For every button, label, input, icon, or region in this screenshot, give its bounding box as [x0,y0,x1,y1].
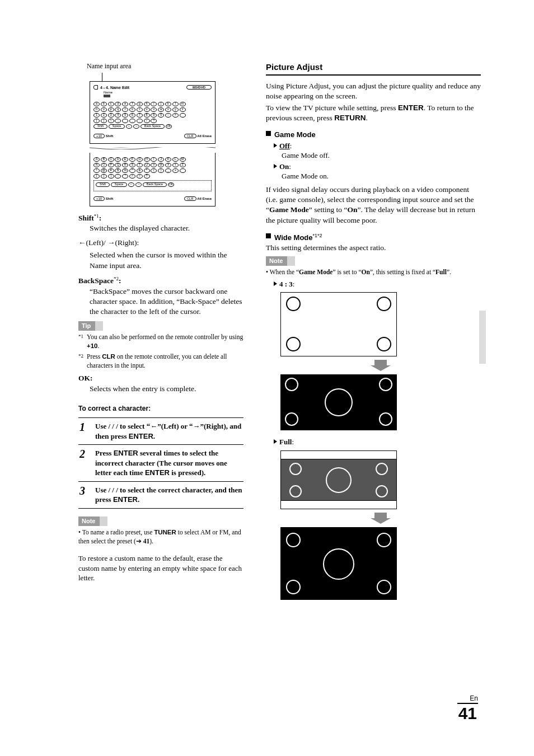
osd-key: 7 [137,113,143,118]
osd-key: , [129,119,135,123]
osd-fn-dotted: ShiftSpace←→Back SpaceOK [93,180,212,191]
right-column: Picture Adjust Using Picture Adjust, you… [266,62,481,600]
osd-name-label: Name [104,91,212,94]
osd-key: f [129,102,135,106]
osd-key: n [93,107,100,112]
restore-note: To restore a custom name to the default,… [78,553,243,583]
osd-key: ? [151,119,157,123]
to-correct-heading: To correct a character: [78,404,243,413]
osd-key: . [137,119,143,123]
osd-key: u [144,107,150,112]
osd-fn-key: OK [166,124,172,129]
osd-key: t [137,107,143,112]
wide-mode-title: Wide Mode [274,233,313,242]
osd-key: O [101,163,107,167]
osd-key [180,168,186,173]
step-3: 3 Use / / / to select the correct charac… [78,482,243,509]
osd-uppercase-screen: ABCDEFGHIJKLMNOPQRSTUVWXYZ!@#$%^&*()_+{}… [90,149,216,206]
osd-key: N [93,163,100,167]
osd-key: l [172,102,179,106]
osd-key: ] [101,119,107,123]
osd-key: " [122,174,128,179]
shift-block: Shift*1: Switches the displayed characte… [78,212,243,233]
osd-keyboard-upper: ABCDEFGHIJKLMNOPQRSTUVWXYZ!@#$%^&*()_+{}… [93,157,212,179]
osd-key: e [122,102,128,106]
page-tear [90,144,216,149]
osd-key: ^ [129,168,135,173]
shift-sup: *1 [94,213,99,218]
osd-key: $ [115,168,121,173]
osd-key: = [172,113,179,118]
osd-key: : [115,174,121,179]
osd-key: v [151,107,157,112]
ratio-43-option: 4 : 3: [274,279,481,289]
osd-key: > [137,174,143,179]
arrows-block: ←(Left)/ →(Right): Selected when the cur… [78,238,243,271]
osd-foot-row: +10 Shift CLR All Erase [93,134,212,138]
osd-key: ! [93,168,100,173]
clr-pill-2: CLR [184,196,196,201]
osd-key: B [101,157,107,162]
osd-key [180,113,186,118]
osd-key: g [137,102,143,106]
osd-keyboard-lower: abcdefghijklmnopqrstuvwxyz1234567890–=[]… [93,102,212,123]
osd-key: Q [115,163,121,167]
osd-key: 0 [158,113,164,118]
osd-key: a [93,102,100,106]
osd-key: d [115,102,121,106]
osd-key: V [151,163,157,167]
osd-key: ) [158,168,164,173]
osd-fn-key: Shift [96,182,110,187]
name-input-caption: Name input area [87,62,243,71]
osd-fn-key: Back Space [140,124,165,129]
osd-key: Y [172,163,179,167]
section-bullet-icon [266,233,271,238]
diagram-full [280,450,481,600]
picture-adjust-heading: Picture Adjust [266,62,481,76]
osd-key: m [180,102,186,106]
tip-badge: Tip [78,321,103,331]
osd-key: p [108,107,114,112]
osd-key: K [165,157,171,162]
side-tab [479,311,486,364]
plus10-pill-2: +10 [93,196,105,201]
triangle-icon [274,439,277,444]
osd-key: 2 [101,113,107,118]
game-on-option: On: [274,162,481,172]
osd-key: * [144,168,150,173]
backspace-block: BackSpace*2: “BackSpace” moves the curso… [78,275,243,317]
osd-key: _ [165,168,171,173]
footnote-1: *1You can also be performed on the remot… [78,333,243,350]
osd-key: S [129,163,135,167]
footnote-2: *2Press CLR on the remote controller, yo… [78,353,243,370]
arrows-label: ←(Left)/ →(Right): [78,238,243,248]
osd-key: F [129,157,135,162]
game-mode-note: If video signal delay occurs during play… [266,185,481,226]
note-radio-preset: • To name a radio preset, use TUNER to s… [78,528,243,546]
osd-fn-key: OK [168,182,174,187]
osd-key: z [180,107,186,112]
osd-key: L [172,157,179,162]
arrows-desc: Selected when the cursor is moved within… [90,250,243,270]
osd-key: Z [180,163,186,167]
osd-key: % [122,168,128,173]
page-number: En 41 [457,694,478,722]
osd-key: b [101,102,107,106]
osd-key: w [158,107,164,112]
osd-key: s [129,107,135,112]
osd-fn-key: ← [128,182,134,187]
osd-key: W [158,163,164,167]
osd-key: 1 [93,113,100,118]
caption-pointer [102,73,102,81]
shift-desc: Switches the displayed character. [90,223,243,233]
osd-key: \ [108,119,114,123]
osd-key: c [108,102,114,106]
osd-key: x [165,107,171,112]
osd-fn-key: ← [126,124,132,129]
osd-key: T [137,163,143,167]
note-badge-left: Note [78,516,107,526]
ratio-full-option: Full: [274,437,481,447]
note-badge-right: Note [266,256,295,266]
wide-mode-sup: *1*2 [313,233,322,238]
arrow-down-icon [372,360,389,371]
